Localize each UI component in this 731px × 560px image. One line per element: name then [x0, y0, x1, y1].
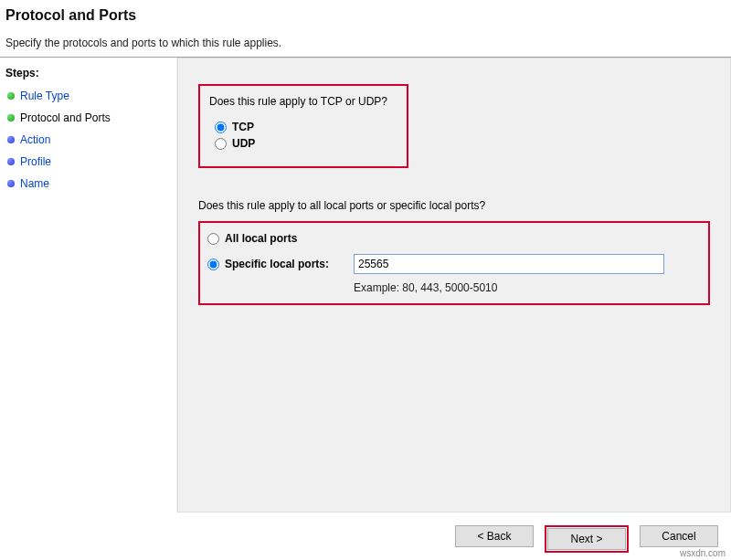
next-button[interactable]: Next >: [547, 528, 626, 550]
back-button[interactable]: < Back: [455, 525, 534, 547]
cancel-button[interactable]: Cancel: [640, 525, 718, 547]
steps-heading: Steps:: [5, 67, 169, 79]
radio-specific-local-ports[interactable]: [207, 259, 219, 270]
bullet-icon: [7, 158, 15, 165]
radio-row-tcp[interactable]: TCP: [215, 121, 397, 133]
page-title: Protocol and Ports: [5, 7, 726, 24]
watermark: wsxdn.com: [680, 548, 726, 558]
step-protocol-and-ports: Protocol and Ports: [5, 107, 169, 129]
ports-example-label: Example: 80, 443, 5000-5010: [354, 280, 699, 294]
step-label: Action: [20, 133, 50, 146]
question-ports: Does this rule apply to all local ports …: [198, 199, 710, 212]
main-panel: Does this rule apply to TCP or UDP? TCP …: [177, 58, 731, 512]
radio-row-all-ports[interactable]: All local ports: [207, 232, 699, 245]
radio-tcp[interactable]: [215, 122, 227, 133]
radio-all-ports-label: All local ports: [225, 232, 297, 245]
next-highlight: Next >: [545, 525, 629, 553]
step-rule-type[interactable]: Rule Type: [5, 85, 169, 107]
question-protocol: Does this rule apply to TCP or UDP?: [209, 95, 397, 108]
step-action[interactable]: Action: [5, 129, 169, 151]
radio-specific-ports-label: Specific local ports:: [225, 258, 329, 270]
protocol-group: Does this rule apply to TCP or UDP? TCP …: [198, 84, 408, 168]
radio-all-local-ports[interactable]: [207, 233, 219, 245]
bullet-icon: [7, 136, 15, 143]
step-name[interactable]: Name: [5, 173, 169, 195]
radio-udp[interactable]: [215, 138, 227, 150]
step-label: Name: [20, 177, 49, 190]
wizard-footer: < Back Next > Cancel: [0, 525, 724, 553]
step-label: Rule Type: [20, 90, 69, 102]
step-label: Protocol and Ports: [20, 111, 111, 124]
step-profile[interactable]: Profile: [5, 151, 169, 173]
step-label: Profile: [20, 155, 51, 168]
page-subtitle: Specify the protocols and ports to which…: [5, 37, 726, 49]
ports-group: All local ports Specific local ports: Ex…: [198, 221, 710, 305]
bullet-icon: [7, 114, 15, 122]
bullet-icon: [7, 180, 15, 187]
radio-row-udp[interactable]: UDP: [215, 137, 397, 150]
radio-udp-label: UDP: [232, 137, 255, 150]
radio-tcp-label: TCP: [232, 121, 254, 133]
specific-ports-input[interactable]: [354, 254, 664, 274]
steps-sidebar: Steps: Rule Type Protocol and Ports Acti…: [0, 58, 177, 512]
bullet-icon: [7, 92, 15, 100]
radio-row-specific-ports[interactable]: Specific local ports:: [207, 258, 354, 270]
